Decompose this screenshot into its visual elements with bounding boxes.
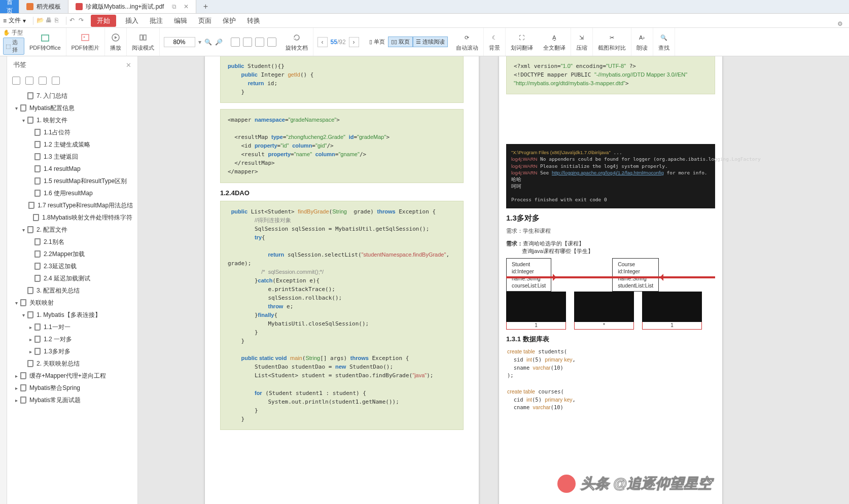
close-icon[interactable]: ✕ (184, 3, 189, 10)
caret-icon[interactable]: ▾ (13, 105, 19, 111)
bookmark-item[interactable]: ▸Mybatis常见面试题 (7, 394, 137, 406)
pdf-to-office[interactable]: PDF转Office (24, 28, 66, 56)
caret-icon[interactable]: ▾ (20, 118, 26, 123)
file-menu[interactable]: ≡ 文件 ▾ (3, 16, 26, 25)
continuous-toggle[interactable]: ☰连续阅读 (413, 37, 448, 47)
menu-page[interactable]: 页面 (193, 14, 217, 27)
hand-tool[interactable]: ✋手型 (3, 29, 23, 37)
redo-icon[interactable]: ↷ (79, 17, 87, 25)
settings-icon[interactable]: ⚙ (837, 20, 843, 27)
menu-convert[interactable]: 转换 (242, 14, 265, 27)
bookmark-item[interactable]: ▾2. 配置文件 (7, 224, 137, 236)
bookmark-item[interactable]: ▸1.1一对一 (7, 321, 137, 333)
bookmark-item[interactable]: 2.2Mapper加载 (7, 248, 137, 260)
full-translate[interactable]: A̱全文翻译 (538, 28, 571, 56)
zoom-dropdown[interactable]: ▾ (198, 39, 201, 46)
bookmark-item[interactable]: ▾Mybatis配置信息 (7, 102, 137, 114)
bm-tool-4[interactable] (52, 77, 60, 85)
print-icon[interactable]: 🖶 (46, 17, 54, 25)
menu-start[interactable]: 开始 (91, 15, 116, 27)
compress-button[interactable]: ⇲压缩 (571, 28, 593, 56)
open-icon[interactable]: 📂 (37, 17, 45, 25)
bookmark-item[interactable]: ▾1. Mybatis【多表连接】 (7, 309, 137, 321)
caret-icon[interactable]: ▸ (13, 398, 19, 403)
find-button[interactable]: 🔍查找 (653, 28, 675, 56)
page-display[interactable]: 55/92 (331, 39, 346, 46)
actual-size-icon[interactable] (255, 38, 264, 47)
document-viewport[interactable]: public Student(){} public Integer getId(… (138, 56, 849, 504)
bookmark-item[interactable]: 3. 配置相关总结 (7, 284, 137, 297)
pdf-to-image[interactable]: PDF转图片 (66, 28, 105, 56)
rotate-button[interactable]: 旋转文档 (280, 28, 313, 56)
zoom-out-icon[interactable]: 🔍 (204, 39, 212, 46)
next-page-button[interactable]: › (349, 37, 359, 47)
bookmark-item[interactable]: 2.4 延迟加载测试 (7, 272, 137, 284)
bookmark-item[interactable]: 2. 关联映射总结 (7, 357, 137, 370)
bookmark-label: Mybatis整合Spring (29, 384, 80, 392)
caret-icon[interactable]: ▸ (13, 385, 19, 391)
bookmark-item[interactable]: 2.3延迟加载 (7, 260, 137, 272)
new-tab-button[interactable]: + (196, 0, 215, 13)
bookmark-item[interactable]: 1.6 使用resultMap (7, 187, 137, 199)
bookmark-label: 2. 配置文件 (37, 226, 67, 234)
bookmark-label: 2. 关联映射总结 (37, 359, 80, 368)
select-tool[interactable]: ⬚选择 (3, 38, 24, 55)
tab-home[interactable]: 首页 (0, 0, 19, 13)
bookmark-item[interactable]: ▸Mybatis整合Spring (7, 382, 137, 394)
autoscroll-button[interactable]: ⟳自动滚动 (451, 28, 484, 56)
zoom-input[interactable] (164, 37, 195, 47)
caret-icon[interactable]: ▾ (13, 300, 19, 306)
fit-visible-icon[interactable] (267, 38, 276, 47)
menu-annotate[interactable]: 批注 (145, 14, 168, 27)
zoom-in-icon[interactable]: 🔎 (215, 39, 223, 46)
menu-edit[interactable]: 编辑 (169, 14, 192, 27)
caret-icon[interactable]: ▸ (27, 325, 33, 330)
undo-icon[interactable]: ↶ (69, 17, 78, 25)
bookmarks-panel: 书签 ✕ 7. 入门总结▾Mybatis配置信息▾1. 映射文件1.1占位符1.… (7, 56, 138, 504)
double-page-toggle[interactable]: ▯▯双页 (388, 37, 413, 47)
tab-docer[interactable]: 稻壳模板 (19, 0, 68, 13)
bookmark-item[interactable]: 1.7 resultType和resultMap用法总结 (7, 199, 137, 211)
export-icon[interactable]: ⎘ (55, 17, 63, 25)
bookmark-item[interactable]: 1.3 主键返回 (7, 151, 137, 163)
menu-protect[interactable]: 保护 (218, 14, 241, 27)
background-button[interactable]: ☾背景 (484, 28, 506, 56)
bm-tool-3[interactable] (39, 77, 47, 85)
bookmark-item[interactable]: 1.1占位符 (7, 126, 137, 138)
read-aloud-button[interactable]: A›朗读 (631, 28, 653, 56)
play-icon (111, 33, 120, 42)
bookmark-item[interactable]: ▸1.2 一对多 (7, 333, 137, 345)
bookmark-item[interactable]: 1.5 resultMap和resultType区别 (7, 175, 137, 187)
bookmark-item[interactable]: 1.2 主键生成策略 (7, 138, 137, 151)
bookmark-item[interactable]: 1.8Mybatis映射文件处理特殊字符 (7, 211, 137, 224)
sidebar-rail[interactable] (0, 56, 7, 504)
caret-icon[interactable]: ▸ (13, 373, 19, 379)
bookmark-item[interactable]: ▾关联映射 (7, 297, 137, 309)
caret-icon[interactable]: ▾ (20, 312, 26, 318)
single-page-toggle[interactable]: ▯单页 (366, 37, 388, 47)
bookmark-item[interactable]: ▾1. 映射文件 (7, 114, 137, 126)
caret-icon[interactable]: ▸ (27, 349, 33, 354)
bookmark-item[interactable]: 7. 入门总结 (7, 90, 137, 102)
tab-pdf[interactable]: 珍藏版Mybatis...ing+面试.pdf⧉✕ (68, 0, 196, 13)
bookmark-tree[interactable]: 7. 入门总结▾Mybatis配置信息▾1. 映射文件1.1占位符1.2 主键生… (7, 88, 137, 504)
bm-tool-1[interactable] (12, 77, 20, 85)
prev-page-button[interactable]: ‹ (317, 37, 328, 47)
popout-icon[interactable]: ⧉ (172, 3, 176, 10)
screenshot-button[interactable]: ✂截图和对比 (593, 28, 631, 56)
fit-page-icon[interactable] (243, 38, 252, 47)
word-translate[interactable]: ⛶划词翻译 (506, 28, 538, 56)
play-button[interactable]: 播放 (105, 28, 127, 56)
bm-tool-2[interactable] (25, 77, 33, 85)
bookmark-item[interactable]: ▸1.3多对多 (7, 345, 137, 357)
heading-dao: 1.2.4DAO (220, 189, 464, 197)
caret-icon[interactable]: ▸ (27, 337, 33, 342)
bookmark-item[interactable]: 2.1别名 (7, 236, 137, 248)
close-panel-icon[interactable]: ✕ (126, 61, 131, 69)
bookmark-item[interactable]: 1.4 resultMap (7, 163, 137, 175)
menu-insert[interactable]: 插入 (120, 14, 144, 27)
read-mode[interactable]: 阅读模式 (127, 28, 160, 56)
fit-width-icon[interactable] (231, 38, 240, 47)
bookmark-item[interactable]: ▸缓存+Mapper代理+逆向工程 (7, 370, 137, 382)
caret-icon[interactable]: ▾ (20, 227, 26, 233)
